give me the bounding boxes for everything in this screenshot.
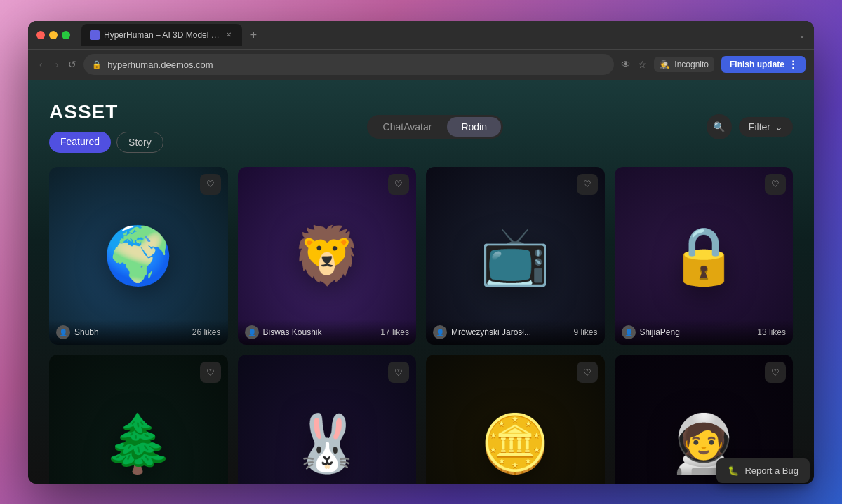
filter-label: Filter	[749, 121, 770, 132]
incognito-label: Incognito	[674, 60, 709, 69]
card-author: 👤 Shubh	[56, 325, 99, 339]
close-button[interactable]	[36, 31, 45, 39]
forward-button[interactable]: ›	[53, 56, 62, 73]
model-preview: 🦁	[292, 223, 362, 289]
address-bar: ‹ › ↺ 🔒 hyperhuman.deemos.com 👁 ☆ 🕵 Inco…	[28, 49, 814, 80]
tab-bar: HyperHuman – AI 3D Model … ✕ +	[81, 24, 793, 46]
card-footer: 👤 Shubh 26 likes	[49, 320, 228, 345]
model-preview: 🌍	[103, 223, 173, 289]
avatar: 👤	[433, 325, 447, 339]
like-button[interactable]: ♡	[388, 174, 409, 195]
chevron-down-icon: ⌄	[798, 30, 806, 40]
chevron-down-icon: ⌄	[775, 121, 783, 132]
card-author: 👤 Mrówczyński Jarosł...	[433, 325, 531, 339]
likes-count: 17 likes	[380, 327, 409, 337]
like-button[interactable]: ♡	[577, 174, 598, 195]
traffic-lights	[36, 31, 70, 39]
likes-count: 26 likes	[192, 327, 221, 337]
filter-tabs: Featured Story	[49, 132, 163, 153]
rodin-tab[interactable]: Rodin	[447, 117, 501, 137]
likes-count: 13 likes	[757, 327, 786, 337]
page-header: ASSET Featured Story ChatAvatar Rodin 🔍 …	[49, 101, 793, 153]
card-inner: ♡ 🦁 👤 Biswas Koushik 17 likes	[238, 167, 417, 346]
report-bug-label: Report a Bug	[744, 465, 798, 476]
lock-icon: 🔒	[92, 60, 102, 69]
incognito-icon: 🕵	[660, 60, 670, 69]
menu-dots-icon: ⋮	[789, 60, 797, 69]
card-inner: ♡ 🪙	[426, 355, 605, 484]
card-inner: ♡ 🔒 👤 ShijiaPeng 13 likes	[615, 167, 794, 346]
avatar: 👤	[56, 325, 70, 339]
like-button[interactable]: ♡	[200, 362, 221, 383]
avatar: 👤	[245, 325, 259, 339]
like-button[interactable]: ♡	[200, 174, 221, 195]
url-text: hyperhuman.deemos.com	[107, 60, 213, 70]
maximize-button[interactable]	[62, 31, 70, 39]
card-author: 👤 Biswas Koushik	[245, 325, 322, 339]
author-name: Biswas Koushik	[263, 327, 322, 337]
like-button[interactable]: ♡	[765, 174, 786, 195]
search-button[interactable]: 🔍	[707, 114, 732, 139]
header-right: 🔍 Filter ⌄	[707, 114, 793, 139]
asset-card-tv[interactable]: ♡ 📺 👤 Mrówczyński Jarosł... 9 likes	[426, 167, 605, 346]
card-author: 👤 ShijiaPeng	[622, 325, 680, 339]
asset-card-lock[interactable]: ♡ 🔒 👤 ShijiaPeng 13 likes	[615, 167, 794, 346]
featured-tab[interactable]: Featured	[49, 132, 111, 153]
eye-off-icon[interactable]: 👁	[621, 59, 631, 70]
asset-card-lion[interactable]: ♡ 🦁 👤 Biswas Koushik 17 likes	[238, 167, 417, 346]
bug-icon: 🐛	[728, 465, 739, 476]
url-bar[interactable]: 🔒 hyperhuman.deemos.com	[83, 54, 614, 75]
like-button[interactable]: ♡	[577, 362, 598, 383]
author-name: ShijiaPeng	[640, 327, 680, 337]
filter-button[interactable]: Filter ⌄	[739, 117, 793, 137]
tab-label: HyperHuman – AI 3D Model …	[104, 30, 220, 40]
card-footer: 👤 Biswas Koushik 17 likes	[238, 320, 417, 345]
card-inner: ♡ 🌍 👤 Shubh 26 likes	[49, 167, 228, 346]
title-bar: HyperHuman – AI 3D Model … ✕ + ⌄	[28, 21, 814, 49]
asset-section-left: ASSET Featured Story	[49, 101, 163, 153]
author-name: Mrówczyński Jarosł...	[451, 327, 531, 337]
model-preview: 🪙	[480, 411, 550, 477]
window-controls-right: ⌄	[798, 30, 806, 40]
like-button[interactable]: ♡	[765, 362, 786, 383]
star-icon[interactable]: ☆	[638, 59, 647, 70]
like-button[interactable]: ♡	[388, 362, 409, 383]
search-icon: 🔍	[713, 121, 725, 132]
asset-card-coin[interactable]: ♡ 🪙	[426, 355, 605, 484]
browser-tab[interactable]: HyperHuman – AI 3D Model … ✕	[81, 24, 242, 46]
model-preview: 📺	[480, 223, 550, 289]
back-button[interactable]: ‹	[36, 56, 46, 73]
card-inner: ♡ 🌲	[49, 355, 228, 484]
page-title: ASSET	[49, 101, 163, 123]
chatavatars-tab[interactable]: ChatAvatar	[369, 117, 446, 137]
main-content: ASSET Featured Story ChatAvatar Rodin 🔍 …	[28, 80, 814, 484]
new-tab-button[interactable]: +	[245, 26, 262, 44]
card-inner: ♡ 📺 👤 Mrówczyński Jarosł... 9 likes	[426, 167, 605, 346]
refresh-button[interactable]: ↺	[68, 59, 76, 70]
tab-switcher: ChatAvatar Rodin	[367, 115, 503, 139]
model-preview: 🌲	[103, 411, 173, 477]
avatar: 👤	[622, 325, 636, 339]
card-footer: 👤 ShijiaPeng 13 likes	[615, 320, 794, 345]
finish-update-button[interactable]: Finish update ⋮	[721, 56, 806, 73]
asset-grid: ♡ 🌍 👤 Shubh 26 likes ♡ 🦁	[49, 167, 793, 484]
incognito-button[interactable]: 🕵 Incognito	[654, 57, 714, 72]
card-footer: 👤 Mrówczyński Jarosł... 9 likes	[426, 320, 605, 345]
report-bug-button[interactable]: 🐛 Report a Bug	[716, 458, 810, 483]
finish-update-label: Finish update	[730, 60, 784, 69]
browser-window: HyperHuman – AI 3D Model … ✕ + ⌄ ‹ › ↺ 🔒…	[28, 21, 814, 484]
asset-card-earth[interactable]: ♡ 🌍 👤 Shubh 26 likes	[49, 167, 228, 346]
tab-favicon	[90, 30, 100, 40]
likes-count: 9 likes	[573, 327, 597, 337]
card-inner: ♡ 🐰	[238, 355, 417, 484]
author-name: Shubh	[74, 327, 99, 337]
model-preview: 🐰	[292, 411, 362, 477]
minimize-button[interactable]	[49, 31, 58, 39]
model-preview: 🔒	[669, 223, 739, 289]
asset-card-tree[interactable]: ♡ 🌲	[49, 355, 228, 484]
asset-card-bunny[interactable]: ♡ 🐰	[238, 355, 417, 484]
tab-close-button[interactable]: ✕	[224, 30, 234, 40]
story-tab[interactable]: Story	[116, 132, 163, 153]
address-right-controls: 👁 ☆ 🕵 Incognito Finish update ⋮	[621, 56, 806, 73]
